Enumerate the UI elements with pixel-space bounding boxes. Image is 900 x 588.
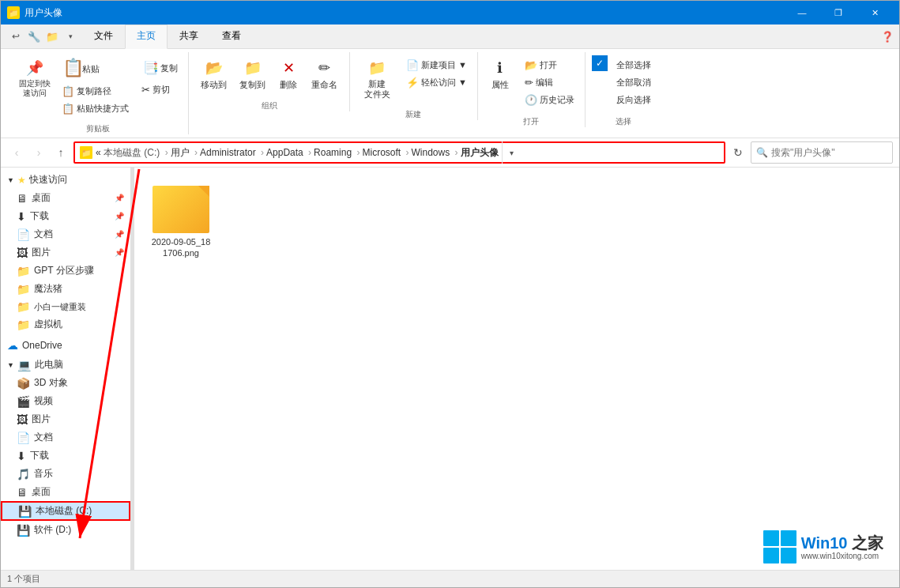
help-button[interactable]: ❓ [876,24,899,48]
cut-button[interactable]: ✂剪切 [137,81,182,98]
desktop-label: 桌面 [32,191,51,205]
new-label: 新建 [405,106,421,120]
gpt-icon: 📁 [17,265,30,277]
pin-to-quick-access-button[interactable]: 📌 固定到快速访问 [13,55,56,101]
delete-button[interactable]: ✕ 删除 [273,55,304,94]
sidebar-section-thispc[interactable]: ▼ 💻 此电脑 [1,356,130,374]
downloads-icon: ⬇ [17,210,26,223]
move-to-button[interactable]: 📂 移动到 [195,55,232,94]
copy-button[interactable]: 📑 复制 [137,55,182,81]
sidebar-item-mofazhu[interactable]: 📁 魔法猪 [1,280,130,298]
select-none-button[interactable]: 全部取消 [612,74,655,91]
tab-home[interactable]: 主页 [125,24,168,49]
sidebar-item-videos[interactable]: 🎬 视频 [1,392,130,410]
windows-logo [763,530,796,564]
up-button[interactable]: ↑ [51,143,70,162]
copy-to-button[interactable]: 📁 复制到 [234,55,271,94]
search-icon: 🔍 [756,147,768,158]
edit-button[interactable]: ✏编辑 [521,74,578,91]
sidebar: ▼ ★ 快速访问 🖥 桌面 📌 ⬇ 下载 📌 📄 文档 📌 🖼 [1,168,131,570]
3d-icon: 📦 [17,377,30,390]
qa-new-folder-button[interactable]: 📁 [43,28,61,45]
main-layout: ▼ ★ 快速访问 🖥 桌面 📌 ⬇ 下载 📌 📄 文档 📌 🖼 [1,168,899,570]
qa-properties-button[interactable]: 🔧 [25,28,43,45]
tab-share[interactable]: 共享 [168,24,210,48]
qa-dropdown-button[interactable]: ▾ [62,28,79,45]
invert-selection-button[interactable]: 反向选择 [612,92,655,108]
paste-button[interactable]: 📋 粘贴 [58,55,133,82]
address-path: « 本地磁盘 (C:) ›用户 ›Administrator ›AppData … [96,146,499,160]
refresh-button[interactable]: ↻ [729,141,747,164]
ribbon-group-open: ℹ 属性 📂打开 ✏编辑 🕐历史记录 打开 [478,52,586,127]
pictures2-icon: 🖼 [17,413,28,426]
desktop2-label: 桌面 [32,485,51,499]
onedrive-icon: ☁ [7,339,18,352]
file-item-png[interactable]: 2020-09-05_181706.png [145,179,217,266]
thispc-label: 此电脑 [35,358,63,371]
sidebar-item-documents2[interactable]: 📄 文档 [1,428,130,447]
ribbon-group-select: ✓ 全部选择 全部取消 反向选择 选择 [586,52,661,127]
forward-button[interactable]: › [29,143,48,162]
local-disk-c-icon: 💾 [18,505,32,518]
address-dropdown-button[interactable]: ▾ [502,141,521,164]
downloads2-icon: ⬇ [17,450,26,462]
sidebar-section-onedrive[interactable]: ☁ OneDrive [1,337,130,354]
downloads-label: 下载 [30,209,49,223]
easy-access-button[interactable]: ⚡轻松访问 ▼ [402,74,471,91]
new-folder-button[interactable]: 📁 新建文件夹 [356,55,397,103]
back-button[interactable]: ‹ [7,143,26,162]
open-label: 打开 [523,113,539,127]
downloads2-label: 下载 [30,449,49,462]
sidebar-item-downloads2[interactable]: ⬇ 下载 [1,447,130,465]
vm-label: 虚拟机 [34,318,62,331]
desktop2-icon: 🖥 [17,486,28,499]
copy-path-button[interactable]: 📋复制路径 [58,83,133,100]
paste-shortcut-button[interactable]: 📋粘贴快捷方式 [58,100,133,117]
gpt-label: GPT 分区步骤 [34,264,94,277]
close-button[interactable]: ✕ [857,1,893,24]
sidebar-item-xiaobai[interactable]: 📁 小白一键重装 [1,298,130,315]
sidebar-item-documents[interactable]: 📄 文档 📌 [1,225,130,243]
sidebar-item-desktop[interactable]: 🖥 桌面 📌 [1,189,130,207]
sidebar-section-quick-access[interactable]: ▼ ★ 快速访问 [1,171,130,189]
search-bar[interactable]: 🔍 [751,141,893,164]
ribbon-group-new: 📁 新建文件夹 📄新建项目 ▼ ⚡轻松访问 ▼ 新建 [350,52,478,120]
organize-label: 组织 [262,97,277,111]
tab-file[interactable]: 文件 [82,24,125,48]
win10-brand-suffix: 之家 [852,534,883,552]
watermark-text: Win10 之家 www.win10xitong.com [801,534,883,560]
onedrive-label: OneDrive [22,340,62,351]
sidebar-item-pictures[interactable]: 🖼 图片 📌 [1,243,130,262]
address-bar[interactable]: 📁 « 本地磁盘 (C:) ›用户 ›Administrator ›AppDat… [73,141,725,164]
history-button[interactable]: 🕐历史记录 [521,92,578,108]
tab-view[interactable]: 查看 [210,24,253,48]
desktop-icon: 🖥 [17,192,28,205]
pictures-pin-icon: 📌 [115,248,124,257]
rename-button[interactable]: ✏ 重命名 [306,55,343,94]
sidebar-item-desktop2[interactable]: 🖥 桌面 [1,483,130,501]
sidebar-item-local-disk-c[interactable]: 💾 本地磁盘 (C:) [1,501,130,521]
sidebar-item-pictures2[interactable]: 🖼 图片 [1,410,130,428]
sidebar-item-software-d[interactable]: 💾 软件 (D:) [1,521,130,539]
search-input[interactable] [771,147,887,158]
sidebar-item-vm[interactable]: 📁 虚拟机 [1,315,130,334]
quick-access-chevron: ▼ [7,176,14,184]
minimize-button[interactable]: — [784,1,820,24]
documents-label: 文档 [34,228,53,241]
new-item-button[interactable]: 📄新建项目 ▼ [402,57,471,74]
sidebar-item-downloads[interactable]: ⬇ 下载 📌 [1,207,130,225]
open-button[interactable]: 📂打开 [521,57,578,74]
sidebar-item-3d[interactable]: 📦 3D 对象 [1,374,130,392]
ribbon-group-organize: 📂 移动到 📁 复制到 ✕ 删除 ✏ 重命名 组织 [189,52,350,111]
restore-button[interactable]: ❐ [820,1,857,24]
window: 📁 用户头像 — ❐ ✕ ↩ 🔧 📁 ▾ 文件 主页 共享 查看 ❓ 📌 [0,0,900,588]
sidebar-item-gpt[interactable]: 📁 GPT 分区步骤 [1,262,130,280]
select-all-button[interactable]: 全部选择 [612,57,655,74]
videos-label: 视频 [34,394,53,408]
sidebar-item-music[interactable]: 🎵 音乐 [1,465,130,483]
ribbon-tabs: ↩ 🔧 📁 ▾ 文件 主页 共享 查看 ❓ [1,24,899,49]
checkbox-icon: ✓ [592,55,608,76]
qa-undo-button[interactable]: ↩ [7,28,24,45]
title-bar-icon: 📁 [7,6,20,19]
properties-button[interactable]: ℹ 属性 [484,55,516,94]
